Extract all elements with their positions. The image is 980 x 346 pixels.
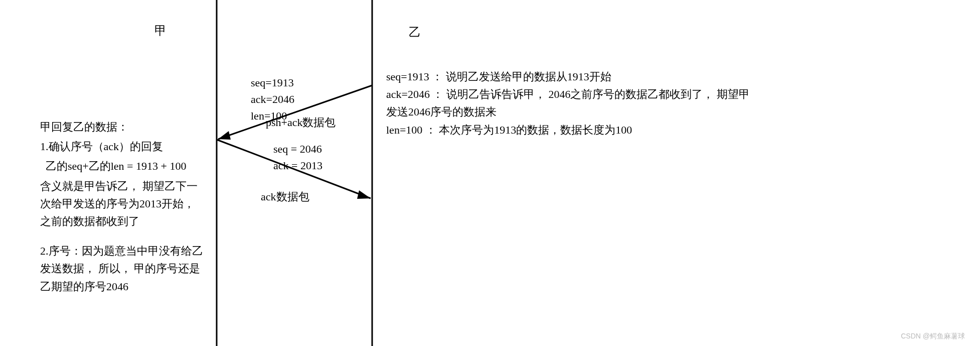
right-notes-line3: len=100 ： 本次序号为1913的数据，数据长度为100 — [386, 121, 752, 139]
incoming-seq: seq=1913 — [251, 74, 294, 91]
left-notes-line1: 1.确认序号（ack）的回复 — [40, 138, 206, 155]
outgoing-type: ack数据包 — [261, 188, 309, 205]
right-notes-line1: seq=1913 ： 说明乙发送给甲的数据从1913开始 — [386, 68, 752, 85]
svg-marker-3 — [218, 131, 231, 140]
right-notes-line2: ack=2046 ： 说明乙告诉告诉甲， 2046之前序号的数据乙都收到了， 期… — [386, 85, 752, 121]
left-notes-line2: 乙的seq+乙的len = 1913 + 100 — [40, 157, 206, 175]
outgoing-seq: seq = 2046 — [273, 141, 322, 157]
left-notes-title: 甲回复乙的数据： — [40, 118, 206, 136]
svg-line-2 — [218, 85, 372, 139]
left-notes-line3: 含义就是甲告诉乙， 期望乙下一次给甲发送的序号为2013开始， 之前的数据都收到… — [40, 177, 206, 230]
outgoing-packet-info: seq = 2046 ack = 2013 — [273, 141, 322, 174]
left-notes-line4: 2.序号：因为题意当中甲没有给乙发送数据， 所以， 甲的序号还是乙期望的序号20… — [40, 242, 206, 295]
party-right-label: 乙 — [409, 24, 421, 40]
party-left-label: 甲 — [154, 23, 167, 39]
watermark: CSDN @鳄鱼麻薯球 — [901, 332, 965, 341]
incoming-type: psh+ack数据包 — [266, 114, 336, 131]
left-explanation: 甲回复乙的数据： 1.确认序号（ack）的回复 乙的seq+乙的len = 19… — [40, 118, 206, 297]
incoming-ack: ack=2046 — [251, 91, 294, 107]
outgoing-ack: ack = 2013 — [273, 157, 322, 174]
right-explanation: seq=1913 ： 说明乙发送给甲的数据从1913开始 ack=2046 ： … — [386, 68, 752, 139]
svg-marker-5 — [357, 190, 371, 199]
